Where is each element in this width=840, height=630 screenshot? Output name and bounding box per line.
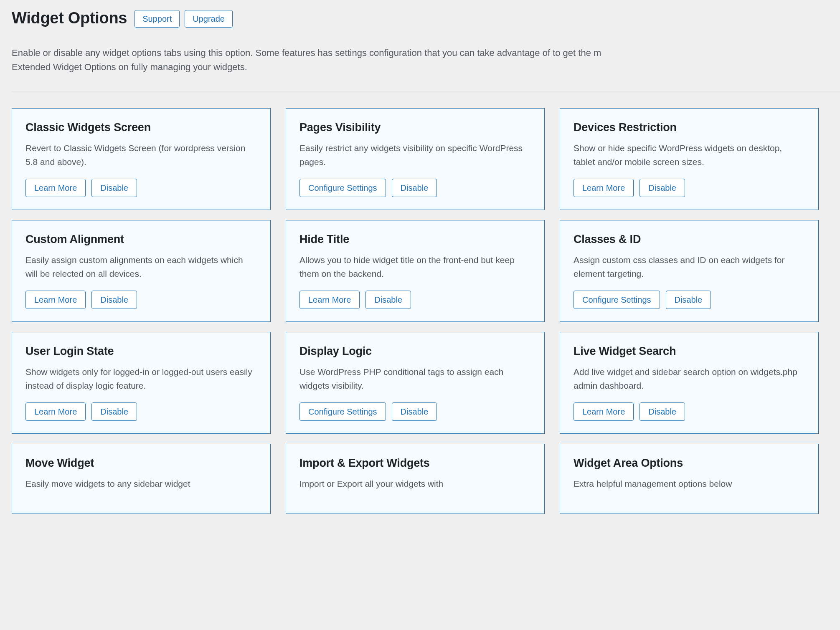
configure-settings-button[interactable]: Configure Settings <box>299 402 386 421</box>
card-title: Classic Widgets Screen <box>25 121 257 134</box>
disable-button[interactable]: Disable <box>640 179 685 197</box>
card-move-widget: Move Widget Easily move widgets to any s… <box>12 444 271 514</box>
learn-more-button[interactable]: Learn More <box>299 291 360 309</box>
card-actions: Configure Settings Disable <box>574 291 805 309</box>
card-description: Assign custom css classes and ID on each… <box>574 253 805 281</box>
card-title: Widget Area Options <box>574 457 805 470</box>
card-live-widget-search: Live Widget Search Add live widget and s… <box>560 332 819 434</box>
card-display-logic: Display Logic Use WordPress PHP conditio… <box>286 332 545 434</box>
card-description: Easily move widgets to any sidebar widge… <box>25 477 257 491</box>
learn-more-button[interactable]: Learn More <box>574 402 634 421</box>
card-devices-restriction: Devices Restriction Show or hide specifi… <box>560 108 819 210</box>
card-classes-id: Classes & ID Assign custom css classes a… <box>560 220 819 322</box>
card-hide-title: Hide Title Allows you to hide widget tit… <box>286 220 545 322</box>
card-description: Add live widget and sidebar search optio… <box>574 365 805 392</box>
upgrade-button[interactable]: Upgrade <box>185 10 233 28</box>
configure-settings-button[interactable]: Configure Settings <box>574 291 660 309</box>
card-title: Import & Export Widgets <box>299 457 531 470</box>
card-title: Custom Alignment <box>25 233 257 246</box>
learn-more-button[interactable]: Learn More <box>25 179 86 197</box>
card-description: Allows you to hide widget title on the f… <box>299 253 531 281</box>
disable-button[interactable]: Disable <box>91 291 137 309</box>
card-widget-area-options: Widget Area Options Extra helpful manage… <box>560 444 819 514</box>
card-description: Import or Export all your widgets with <box>299 477 531 491</box>
card-actions: Learn More Disable <box>25 402 257 421</box>
card-description: Show widgets only for logged-in or logge… <box>25 365 257 392</box>
card-actions: Configure Settings Disable <box>299 179 531 197</box>
card-title: Classes & ID <box>574 233 805 246</box>
card-description: Easily restrict any widgets visibility o… <box>299 142 531 169</box>
options-grid: Classic Widgets Screen Revert to Classic… <box>12 108 840 514</box>
card-description: Easily assign custom alignments on each … <box>25 253 257 281</box>
disable-button[interactable]: Disable <box>91 179 137 197</box>
card-title: Hide Title <box>299 233 531 246</box>
section-divider <box>12 91 840 91</box>
learn-more-button[interactable]: Learn More <box>25 402 86 421</box>
card-actions: Learn More Disable <box>574 402 805 421</box>
card-user-login-state: User Login State Show widgets only for l… <box>12 332 271 434</box>
header-buttons: Support Upgrade <box>135 10 233 28</box>
page-header: Widget Options Support Upgrade <box>12 8 840 28</box>
disable-button[interactable]: Disable <box>640 402 685 421</box>
card-title: Display Logic <box>299 345 531 358</box>
card-description: Use WordPress PHP conditional tags to as… <box>299 365 531 392</box>
card-title: User Login State <box>25 345 257 358</box>
learn-more-button[interactable]: Learn More <box>574 179 634 197</box>
disable-button[interactable]: Disable <box>666 291 711 309</box>
card-title: Pages Visibility <box>299 121 531 134</box>
disable-button[interactable]: Disable <box>392 179 437 197</box>
intro-line-1: Enable or disable any widget options tab… <box>12 46 840 60</box>
card-import-export-widgets: Import & Export Widgets Import or Export… <box>286 444 545 514</box>
learn-more-button[interactable]: Learn More <box>25 291 86 309</box>
card-classic-widgets-screen: Classic Widgets Screen Revert to Classic… <box>12 108 271 210</box>
intro-text: Enable or disable any widget options tab… <box>12 46 840 74</box>
card-actions: Learn More Disable <box>299 291 531 309</box>
disable-button[interactable]: Disable <box>365 291 411 309</box>
card-description: Revert to Classic Widgets Screen (for wo… <box>25 142 257 169</box>
configure-settings-button[interactable]: Configure Settings <box>299 179 386 197</box>
card-description: Extra helpful management options below <box>574 477 805 491</box>
card-title: Move Widget <box>25 457 257 470</box>
card-custom-alignment: Custom Alignment Easily assign custom al… <box>12 220 271 322</box>
disable-button[interactable]: Disable <box>91 402 137 421</box>
card-pages-visibility: Pages Visibility Easily restrict any wid… <box>286 108 545 210</box>
intro-line-2: Extended Widget Options on fully managin… <box>12 60 840 74</box>
card-actions: Learn More Disable <box>574 179 805 197</box>
card-title: Live Widget Search <box>574 345 805 358</box>
support-button[interactable]: Support <box>135 10 180 28</box>
card-actions: Learn More Disable <box>25 291 257 309</box>
disable-button[interactable]: Disable <box>392 402 437 421</box>
card-actions: Configure Settings Disable <box>299 402 531 421</box>
card-actions: Learn More Disable <box>25 179 257 197</box>
card-title: Devices Restriction <box>574 121 805 134</box>
card-description: Show or hide specific WordPress widgets … <box>574 142 805 169</box>
page-title: Widget Options <box>12 9 127 27</box>
